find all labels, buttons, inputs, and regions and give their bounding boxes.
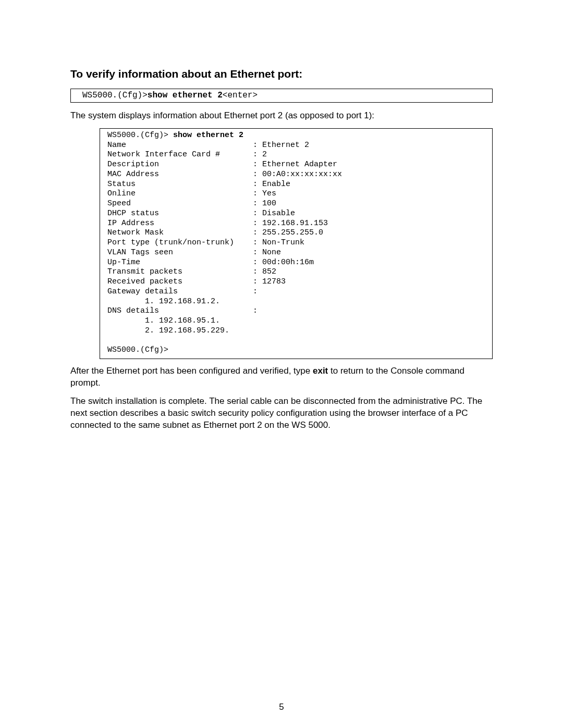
page-number: 5 — [0, 702, 563, 712]
terminal-output-box: WS5000.(Cfg)> show ethernet 2Name : Ethe… — [100, 128, 493, 359]
intro-text: The system displays information about Et… — [70, 110, 493, 122]
paragraph-complete: The switch installation is complete. The… — [70, 396, 493, 431]
para1-bold: exit — [313, 366, 328, 376]
cmd-suffix: <enter> — [223, 91, 258, 100]
cmd-prompt: WS5000.(Cfg)> — [82, 91, 148, 100]
paragraph-exit: After the Ethernet port has been configu… — [70, 365, 493, 389]
cmd-bold: show ethernet 2 — [148, 91, 223, 100]
command-entry-box: WS5000.(Cfg)>show ethernet 2<enter> — [70, 89, 493, 103]
para1-before: After the Ethernet port has been configu… — [70, 366, 313, 376]
terminal-output: WS5000.(Cfg)> show ethernet 2Name : Ethe… — [107, 131, 487, 355]
section-heading: To verify information about an Ethernet … — [70, 68, 493, 80]
command-line: WS5000.(Cfg)>show ethernet 2<enter> — [82, 91, 258, 100]
